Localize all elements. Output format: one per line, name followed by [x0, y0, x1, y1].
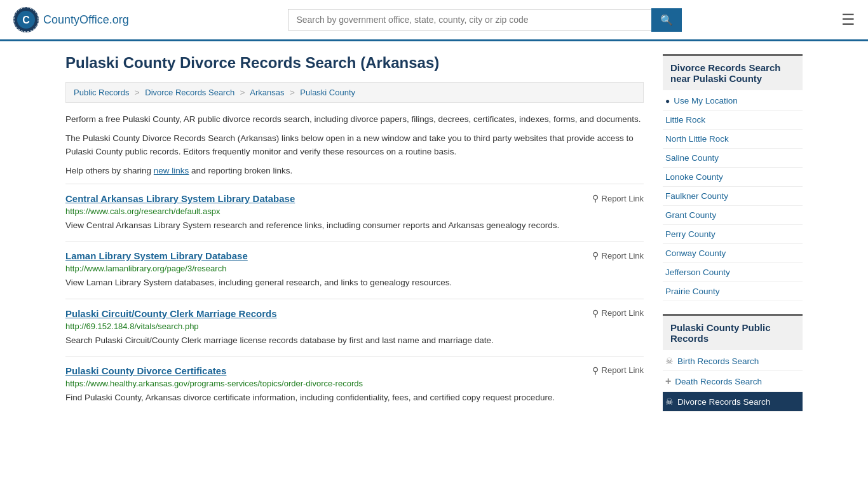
report-link[interactable]: ⚲ Report Link — [592, 365, 644, 376]
result-title[interactable]: Pulaski Circuit/County Clerk Marriage Re… — [65, 308, 277, 319]
sidebar-item-lonoke-county[interactable]: Lonoke County — [663, 168, 803, 187]
report-icon: ⚲ — [592, 250, 599, 261]
menu-icon[interactable]: ☰ — [841, 11, 855, 29]
result-url: https://www.healthy.arkansas.gov/program… — [65, 379, 644, 388]
sidebar-nearby-header: Divorce Records Search near Pulaski Coun… — [663, 54, 803, 90]
page-title: Pulaski County Divorce Records Search (A… — [65, 54, 644, 72]
person-icon: ☠ — [665, 356, 674, 366]
sidebar-birth-records[interactable]: ☠ Birth Records Search — [663, 351, 803, 371]
breadcrumb-sep-3: > — [290, 88, 295, 97]
result-title[interactable]: Central Arkansas Library System Library … — [65, 193, 295, 204]
result-item: Central Arkansas Library System Library … — [65, 184, 644, 241]
result-item: Pulaski County Divorce Certificates ⚲ Re… — [65, 356, 644, 413]
report-icon: ⚲ — [592, 308, 599, 318]
sidebar-death-records[interactable]: + Death Records Search — [663, 371, 803, 392]
breadcrumb: Public Records > Divorce Records Search … — [65, 82, 644, 103]
report-icon: ⚲ — [592, 193, 599, 203]
description-3: Help others by sharing new links and rep… — [65, 165, 644, 177]
result-url: http://69.152.184.8/vitals/search.php — [65, 322, 644, 331]
breadcrumb-divorce-records[interactable]: Divorce Records Search — [145, 88, 234, 97]
sidebar-item-north-little-rock[interactable]: North Little Rock — [663, 130, 803, 149]
result-header: Laman Library System Library Database ⚲ … — [65, 250, 644, 261]
report-link[interactable]: ⚲ Report Link — [592, 308, 644, 318]
report-link[interactable]: ⚲ Report Link — [592, 193, 644, 203]
result-title[interactable]: Pulaski County Divorce Certificates — [65, 365, 226, 376]
svg-text:C: C — [22, 15, 30, 25]
result-title[interactable]: Laman Library System Library Database — [65, 250, 248, 261]
sidebar-item-perry-county[interactable]: Perry County — [663, 225, 803, 244]
result-desc: Find Pulaski County, Arkansas divorce ce… — [65, 391, 644, 404]
search-input[interactable] — [288, 9, 651, 30]
breadcrumb-sep-1: > — [135, 88, 140, 97]
sidebar-divorce-records[interactable]: ☠ Divorce Records Search — [663, 392, 803, 412]
sidebar-item-prairie-county[interactable]: Prairie County — [663, 282, 803, 301]
sidebar-item-jefferson-county[interactable]: Jefferson County — [663, 263, 803, 282]
sidebar-item-little-rock[interactable]: Little Rock — [663, 111, 803, 130]
result-desc: Search Pulaski Circuit/County Clerk marr… — [65, 334, 644, 347]
report-link[interactable]: ⚲ Report Link — [592, 250, 644, 261]
location-icon: ● — [665, 97, 670, 105]
sidebar-item-saline-county[interactable]: Saline County — [663, 149, 803, 168]
result-header: Central Arkansas Library System Library … — [65, 193, 644, 204]
sidebar-item-grant-county[interactable]: Grant County — [663, 206, 803, 225]
search-bar: 🔍 — [288, 8, 682, 32]
result-item: Laman Library System Library Database ⚲ … — [65, 241, 644, 298]
result-desc: View Central Arkansas Library System res… — [65, 219, 644, 232]
report-icon: ⚲ — [592, 365, 599, 376]
sidebar-use-my-location[interactable]: ● Use My Location — [663, 92, 803, 111]
breadcrumb-pulaski-county[interactable]: Pulaski County — [300, 88, 355, 97]
main-wrapper: Pulaski County Divorce Records Search (A… — [53, 41, 815, 437]
sidebar-nearby-section: Divorce Records Search near Pulaski Coun… — [663, 54, 803, 301]
logo[interactable]: C CountyOffice.org — [13, 6, 129, 33]
description-2: The Pulaski County Divorce Records Searc… — [65, 132, 644, 158]
logo-text: CountyOffice.org — [43, 13, 129, 27]
result-item: Pulaski Circuit/County Clerk Marriage Re… — [65, 299, 644, 356]
sidebar-public-records-header: Pulaski County Public Records — [663, 314, 803, 350]
sidebar-item-faulkner-county[interactable]: Faulkner County — [663, 187, 803, 206]
site-header: C CountyOffice.org 🔍 ☰ — [0, 0, 868, 41]
result-desc: View Laman Library System databases, inc… — [65, 276, 644, 289]
result-url: https://www.cals.org/research/default.as… — [65, 207, 644, 216]
breadcrumb-sep-2: > — [240, 88, 245, 97]
search-button[interactable]: 🔍 — [651, 8, 682, 32]
logo-icon: C — [13, 6, 39, 33]
sidebar-public-records-section: Pulaski County Public Records ☠ Birth Re… — [663, 314, 803, 412]
divorce-icon: ☠ — [665, 396, 674, 407]
content-area: Pulaski County Divorce Records Search (A… — [65, 54, 644, 424]
result-url: http://www.lamanlibrary.org/page/3/resea… — [65, 264, 644, 273]
breadcrumb-arkansas[interactable]: Arkansas — [250, 88, 284, 97]
plus-icon: + — [665, 376, 671, 387]
result-header: Pulaski Circuit/County Clerk Marriage Re… — [65, 308, 644, 319]
use-my-location-link[interactable]: Use My Location — [674, 96, 738, 105]
sidebar-item-conway-county[interactable]: Conway County — [663, 244, 803, 263]
sidebar: Divorce Records Search near Pulaski Coun… — [663, 54, 803, 424]
results-list: Central Arkansas Library System Library … — [65, 184, 644, 413]
result-header: Pulaski County Divorce Certificates ⚲ Re… — [65, 365, 644, 376]
breadcrumb-public-records[interactable]: Public Records — [74, 88, 129, 97]
new-links-link[interactable]: new links — [154, 166, 189, 175]
description-1: Perform a free Pulaski County, AR public… — [65, 113, 644, 126]
